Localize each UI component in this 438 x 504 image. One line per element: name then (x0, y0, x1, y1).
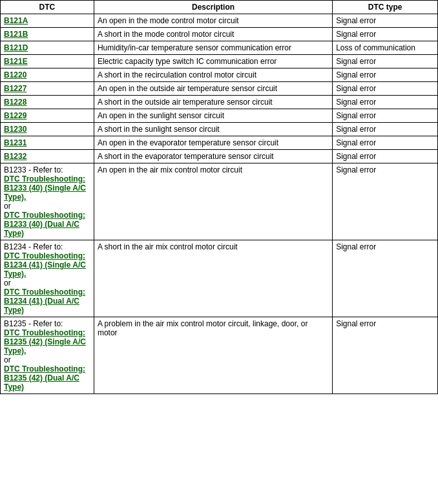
table-row: B121AAn open in the mode control motor c… (1, 14, 438, 28)
dtc-or-text: or (4, 278, 11, 288)
dtc-link[interactable]: B1230 (4, 125, 90, 134)
dtc-cell: B121D (1, 41, 94, 55)
dtc-cell: B121B (1, 28, 94, 41)
dtc-link-single[interactable]: DTC Troubleshooting: B1233 (40) (Single … (4, 174, 90, 202)
dtc-cell: B1233 - Refer to:DTC Troubleshooting: B1… (1, 163, 94, 240)
table-row: B1227An open in the outside air temperat… (1, 82, 438, 96)
description-cell: A short in the air mix control motor cir… (94, 240, 332, 317)
table-row: B121EElectric capacity type switch IC co… (1, 55, 438, 68)
dtc-cell: B1229 (1, 109, 94, 123)
table-header-row: DTC Description DTC type (1, 1, 438, 14)
table-row: B121BA short in the mode control motor c… (1, 28, 438, 41)
dtc-link[interactable]: B1232 (4, 152, 90, 161)
description-cell: An open in the outside air temperature s… (94, 82, 332, 96)
description-cell: A short in the sunlight sensor circuit (94, 123, 332, 136)
dtc-or-text: or (4, 355, 11, 364)
table-row: B121DHumidity/in-car temperature sensor … (1, 41, 438, 55)
header-dtc-type: DTC type (333, 1, 438, 14)
table-row: B1231An open in the evaporator temperatu… (1, 136, 438, 150)
dtc-cell: B1231 (1, 136, 94, 150)
dtc-link[interactable]: B121D (4, 43, 90, 52)
dtc-link-dual[interactable]: DTC Troubleshooting: B1235 (42) (Dual A/… (4, 364, 90, 392)
table-row: B1234 - Refer to:DTC Troubleshooting: B1… (1, 240, 438, 317)
description-cell: A short in the evaporator temperature se… (94, 150, 332, 163)
dtc-link[interactable]: B1227 (4, 84, 90, 93)
dtc-link-single[interactable]: DTC Troubleshooting: B1235 (42) (Single … (4, 328, 90, 355)
table-row: B1233 - Refer to:DTC Troubleshooting: B1… (1, 163, 438, 240)
dtc-cell: B1227 (1, 82, 94, 96)
dtc-type-cell: Signal error (333, 163, 438, 240)
table-row: B1230A short in the sunlight sensor circ… (1, 123, 438, 136)
dtc-type-cell: Signal error (333, 150, 438, 163)
dtc-link-dual[interactable]: DTC Troubleshooting: B1233 (40) (Dual A/… (4, 211, 90, 238)
dtc-type-cell: Signal error (333, 317, 438, 394)
dtc-link[interactable]: B1231 (4, 138, 90, 147)
dtc-link[interactable]: B121E (4, 57, 90, 66)
dtc-cell: B121A (1, 14, 94, 28)
description-cell: A short in the mode control motor circui… (94, 28, 332, 41)
table-row: B1235 - Refer to:DTC Troubleshooting: B1… (1, 317, 438, 394)
table-row: B1232A short in the evaporator temperatu… (1, 150, 438, 163)
description-cell: An open in the mode control motor circui… (94, 14, 332, 28)
dtc-type-cell: Signal error (333, 123, 438, 136)
table-row: B1220A short in the recirculation contro… (1, 68, 438, 82)
dtc-type-cell: Signal error (333, 109, 438, 123)
description-cell: An open in the sunlight sensor circuit (94, 109, 332, 123)
dtc-type-cell: Signal error (333, 68, 438, 82)
dtc-type-cell: Signal error (333, 82, 438, 96)
description-cell: A short in the recirculation control mot… (94, 68, 332, 82)
dtc-cell: B1235 - Refer to:DTC Troubleshooting: B1… (1, 317, 94, 394)
header-dtc: DTC (1, 1, 94, 14)
dtc-link[interactable]: B1229 (4, 111, 90, 120)
dtc-link[interactable]: B121B (4, 30, 90, 39)
dtc-type-cell: Signal error (333, 240, 438, 317)
dtc-cell: B1232 (1, 150, 94, 163)
dtc-type-cell: Loss of communication (333, 41, 438, 55)
description-cell: Humidity/in-car temperature sensor commu… (94, 41, 332, 55)
dtc-type-cell: Signal error (333, 14, 438, 28)
description-cell: Electric capacity type switch IC communi… (94, 55, 332, 68)
description-cell: An open in the evaporator temperature se… (94, 136, 332, 150)
description-cell: An open in the air mix control motor cir… (94, 163, 332, 240)
dtc-cell: B1234 - Refer to:DTC Troubleshooting: B1… (1, 240, 94, 317)
dtc-link-single[interactable]: DTC Troubleshooting: B1234 (41) (Single … (4, 251, 90, 278)
header-description: Description (94, 1, 332, 14)
dtc-plain-text: B1234 - Refer to: (4, 242, 63, 251)
dtc-plain-text: B1235 - Refer to: (4, 319, 63, 328)
dtc-link-dual[interactable]: DTC Troubleshooting: B1234 (41) (Dual A/… (4, 288, 90, 315)
description-cell: A short in the outside air temperature s… (94, 96, 332, 109)
dtc-link[interactable]: B1220 (4, 70, 90, 79)
table-row: B1229An open in the sunlight sensor circ… (1, 109, 438, 123)
dtc-table: DTC Description DTC type B121AAn open in… (0, 0, 438, 394)
dtc-link[interactable]: B1228 (4, 98, 90, 107)
description-cell: A problem in the air mix control motor c… (94, 317, 332, 394)
dtc-cell: B121E (1, 55, 94, 68)
dtc-cell: B1228 (1, 96, 94, 109)
dtc-type-cell: Signal error (333, 28, 438, 41)
dtc-type-cell: Signal error (333, 136, 438, 150)
dtc-type-cell: Signal error (333, 55, 438, 68)
table-row: B1228A short in the outside air temperat… (1, 96, 438, 109)
dtc-plain-text: B1233 - Refer to: (4, 165, 63, 174)
dtc-or-text: or (4, 202, 11, 211)
dtc-cell: B1230 (1, 123, 94, 136)
dtc-link[interactable]: B121A (4, 16, 90, 25)
dtc-type-cell: Signal error (333, 96, 438, 109)
dtc-cell: B1220 (1, 68, 94, 82)
